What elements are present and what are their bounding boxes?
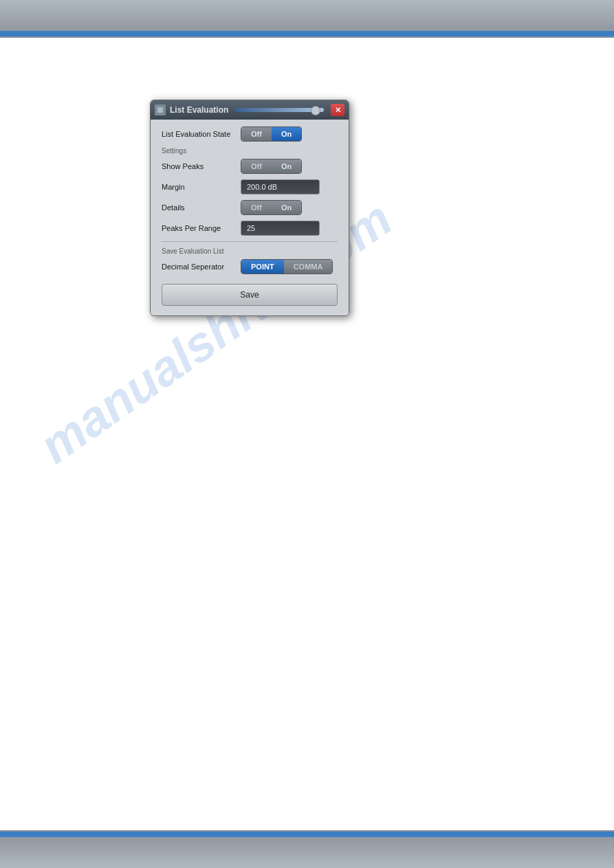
details-row: Details Off On (162, 200, 338, 215)
decimal-sep-label: Decimal Seperator (162, 263, 241, 271)
details-off-button[interactable]: Off (241, 201, 272, 214)
dialog-icon (155, 104, 166, 115)
top-bar-accent (0, 31, 614, 36)
save-button[interactable]: Save (162, 284, 338, 306)
show-peaks-off-button[interactable]: Off (241, 159, 272, 173)
details-on-button[interactable]: On (272, 201, 301, 214)
dialog-title: List Evaluation (170, 105, 228, 115)
show-peaks-on-button[interactable]: On (272, 159, 301, 173)
list-eval-state-row: List Evaluation State Off On (162, 126, 338, 142)
title-bar-left: List Evaluation (155, 104, 228, 115)
point-button[interactable]: POINT (241, 260, 284, 274)
bottom-bar-accent (0, 832, 614, 837)
list-evaluation-dialog: List Evaluation ✕ List Evaluation State … (150, 100, 349, 316)
peaks-per-range-row: Peaks Per Range (162, 221, 338, 236)
margin-row: Margin (162, 179, 338, 194)
peaks-per-range-label: Peaks Per Range (162, 224, 241, 232)
decimal-sep-toggle[interactable]: POINT COMMA (241, 259, 333, 274)
margin-input[interactable] (241, 179, 320, 194)
bottom-bar (0, 830, 614, 868)
settings-section-label: Settings (162, 147, 338, 155)
decimal-sep-row: Decimal Seperator POINT COMMA (162, 259, 338, 274)
close-button[interactable]: ✕ (331, 104, 344, 116)
divider (162, 241, 338, 242)
dialog-body: List Evaluation State Off On Settings Sh… (151, 120, 349, 315)
details-label: Details (162, 203, 241, 212)
title-bar: List Evaluation ✕ (151, 100, 349, 120)
comma-button[interactable]: COMMA (284, 260, 333, 274)
peaks-per-range-input[interactable] (241, 221, 320, 236)
list-eval-on-button[interactable]: On (272, 127, 301, 141)
list-eval-off-button[interactable]: Off (241, 127, 272, 141)
show-peaks-label: Show Peaks (162, 162, 241, 170)
top-bar (0, 0, 614, 38)
details-toggle[interactable]: Off On (241, 200, 302, 215)
show-peaks-toggle[interactable]: Off On (241, 159, 302, 174)
margin-label: Margin (162, 183, 241, 191)
show-peaks-row: Show Peaks Off On (162, 159, 338, 174)
save-eval-section-label: Save Evaluation List (162, 247, 338, 255)
title-slider (235, 108, 324, 112)
list-eval-state-toggle[interactable]: Off On (241, 126, 302, 142)
svg-rect-0 (157, 107, 163, 113)
list-eval-state-label: List Evaluation State (162, 130, 241, 138)
